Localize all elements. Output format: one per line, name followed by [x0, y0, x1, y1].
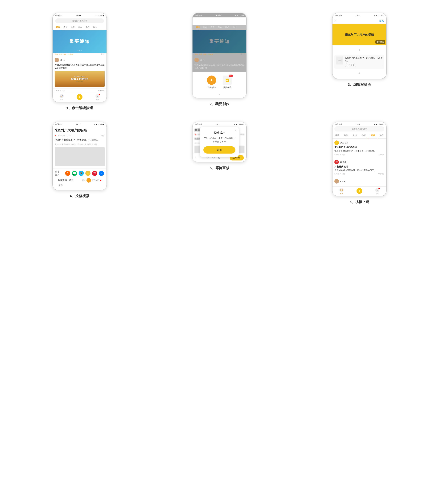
editor-drag-handle[interactable]: ≡ [382, 65, 383, 68]
cat2-travel[interactable]: 旅行 [224, 25, 231, 30]
discover-label-1: 发现 [60, 99, 63, 101]
cat6-blessing[interactable]: 祝福 [368, 133, 377, 138]
nav-user-1[interactable]: 我的 [89, 94, 107, 101]
cat-tab-entertainment[interactable]: 娱乐 [69, 25, 76, 30]
share-icon-fav[interactable]: ⭐ [85, 171, 90, 176]
article-date: 12-19 [100, 53, 105, 56]
bottom-nav-6: 发现 + 我的 [332, 187, 386, 196]
time-2: 12:31 [216, 14, 221, 17]
xiaofeng-time: 20小时前 [378, 173, 384, 175]
cat6-spiritual[interactable]: 心灵 [377, 133, 386, 138]
nav-discover-1[interactable]: 发现 [53, 94, 71, 101]
editor-block-close[interactable]: × [382, 56, 383, 59]
phone-frame-1: 中国移动 12:31 ▲ ● ⬦ 71%▮ 搜索感兴趣的文章 精选 热点 娱乐 … [52, 13, 107, 102]
status-icons-3: ▲ ● ⬦ 70%▮ [374, 15, 384, 17]
share-icon-kuaishou[interactable]: ⟳ [65, 171, 70, 176]
success-ok-btn[interactable]: 好的 [203, 146, 235, 154]
cat2-tech[interactable]: 科技 [231, 25, 238, 30]
list-item-xiaofeng[interactable]: 楼 晓风华月 对爸爸的祝福 愿您能幸福地享受生活，弥补我不在的日子。 0 阅读 … [332, 158, 386, 177]
chris-avatar [334, 179, 339, 184]
submit-orange-dot[interactable] [86, 178, 91, 183]
cat-tab-food[interactable]: 美食 [76, 25, 84, 30]
status-bar-4: 中国移动 12:33 ▲ ● ⬦ 70%▮ [53, 122, 107, 126]
plus-icon-6: + [356, 188, 362, 194]
action-row: 我要创作 热门 我要转载 [193, 72, 246, 91]
list-item-chris[interactable]: Chris [332, 177, 386, 187]
share-icon-weibo[interactable]: W [92, 171, 97, 176]
user-icon-1 [96, 94, 100, 98]
nav-plus-1[interactable]: + [71, 94, 89, 101]
nav-user-6[interactable]: 我的 [368, 188, 386, 195]
banner-title-1: 重要通知 [69, 38, 90, 45]
search-bar-2[interactable]: 搜索感兴趣的文章 [195, 18, 244, 23]
cancel-btn[interactable]: 取消 [55, 184, 104, 189]
cat-tab-travel[interactable]: 旅行 [84, 25, 91, 30]
preview-date: 12-22 [66, 135, 71, 137]
svg-point-4 [196, 59, 198, 60]
create-icon [207, 76, 216, 85]
screen-2-container: 中国移动 12:31 ▲ ● ⬦ 71%▮ 搜索感兴趣的文章 精选 热点 娱乐 … [150, 6, 290, 115]
back-btn[interactable]: ‹ [195, 156, 196, 160]
status-bar-2: 中国移动 12:31 ▲ ● ⬦ 71%▮ [193, 13, 246, 17]
xiaofeng-article-title: 对爸爸的祝福 [334, 165, 384, 168]
preview-title: 来豆对广大用户的祝福 [55, 128, 105, 132]
author-avatar-1 [55, 58, 59, 62]
share-icon-wechat[interactable]: 💬 [72, 171, 77, 176]
modal-close-btn[interactable]: × [193, 91, 246, 98]
cat6-sports[interactable]: 体育 [359, 133, 368, 138]
screen-6-container: 中国移动 12:34 ▲ ● ⬦ 69%▮ 搜索感兴趣的文章 财经 搞笑 知识 … [289, 115, 429, 209]
main-banner-2: 重要通知 [193, 30, 246, 53]
ads-text: 百万ADS [92, 179, 99, 181]
user-badge-1 [99, 94, 100, 95]
cat-tabs-6: 财经 搞笑 知识 体育 祝福 心灵 [332, 133, 386, 139]
cat6-knowledge[interactable]: 知识 [350, 133, 359, 138]
cat2-food[interactable]: 美食 [216, 25, 224, 30]
editor-add-bottom[interactable]: + [334, 70, 384, 77]
cat2-featured[interactable]: 精选 [194, 25, 201, 30]
status-icons-5: ▲ ● ⬦ 69%▮ [234, 124, 244, 125]
cat2-hot[interactable]: 热点 [201, 25, 209, 30]
cat-tab-tech[interactable]: 科技 [91, 25, 98, 30]
search-bar-6[interactable]: 搜索感兴趣的文章 [334, 126, 384, 131]
nav-discover-6[interactable]: 发现 [332, 188, 350, 195]
editor-close-btn[interactable]: × [335, 19, 337, 23]
editor-add-top[interactable]: + [334, 47, 384, 54]
search-bar-1[interactable]: 搜索感兴趣的文章 [55, 18, 104, 23]
repost-icon: 热门 [223, 76, 232, 85]
create-action[interactable]: 我要创作 [207, 76, 216, 89]
discover-icon-1 [60, 94, 64, 98]
article-grey-image [55, 147, 105, 166]
cat-tab-hot[interactable]: 热点 [62, 25, 69, 30]
carrier-6: 中国移动 [335, 123, 342, 126]
article-author-1: Chris [55, 58, 105, 62]
article-preview-page: 来豆对广大用户的祝福 🔖 油炸包子 12-22 0阅读 祝愿所有的来豆用户，身体… [53, 126, 107, 168]
ben-jerry-text: BEN & JERRY'S [71, 78, 88, 80]
cat6-finance[interactable]: 财经 [332, 133, 341, 138]
article-meta-2: 置顶 1652 阅读 15 点赞 12-19 [193, 53, 246, 56]
list-item-official[interactable]: D 来豆官方 来豆对广大用户的祝福 祝愿所有的来豆用户，身体健康、心想事成。 0… [332, 139, 386, 158]
preview-meta: 🔖 油炸包子 12-22 0阅读 [55, 134, 105, 137]
xiaofeng-avatar: 楼 [334, 160, 339, 164]
share-icon-share[interactable]: ↑ [99, 171, 104, 176]
upload-img-btn[interactable]: 上传图片 [345, 63, 356, 67]
cat-tab-featured[interactable]: 精选 [54, 25, 62, 30]
screen-3-container: 中国移动 12:33 ▲ ● ⬦ 70%▮ × 预览 来豆对广大用户的祝福 更换… [289, 6, 429, 115]
carrier-5: 中国移动 [195, 123, 202, 126]
editor-header: × 预览 [332, 17, 386, 24]
change-cover-btn[interactable]: 更换封面 [375, 40, 385, 44]
success-title: 投稿成功 [203, 131, 235, 135]
repost-action[interactable]: 热门 我要转载 [223, 76, 232, 89]
article-author-2: Chris [195, 58, 244, 62]
article-time: 11分钟前 [98, 89, 105, 92]
article-item-1[interactable]: Chris 你的缺点就是你的卖点！这两位年轻人把劣势扭转成过亿美元的公司 Ver… [53, 56, 107, 88]
cat6-funny[interactable]: 搞笑 [341, 133, 350, 138]
article-title-1: 你的缺点就是你的卖点！这两位年轻人把劣势扭转成过亿美元的公司 [55, 63, 105, 70]
nav-plus-6[interactable]: + [350, 188, 368, 195]
preview-author: 油炸包子 [58, 134, 65, 137]
cat2-entertainment[interactable]: 娱乐 [209, 25, 216, 30]
svg-point-13 [335, 182, 338, 184]
share-icon-qq[interactable]: 🐧 [79, 171, 84, 176]
success-modal-close[interactable]: × [235, 129, 236, 132]
author-name-1: Chris [60, 59, 65, 61]
editor-preview-btn[interactable]: 预览 [379, 19, 384, 22]
